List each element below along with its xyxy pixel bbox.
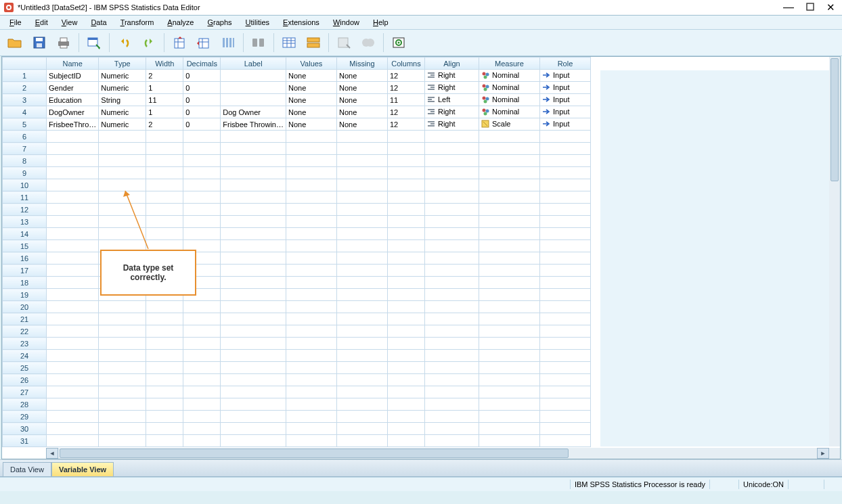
use-sets-button[interactable] [388, 32, 409, 53]
row-header[interactable]: 18 [3, 277, 47, 289]
empty-cell[interactable] [336, 423, 387, 435]
cell-columns[interactable]: 12 [387, 70, 424, 82]
empty-cell[interactable] [479, 277, 539, 289]
empty-cell[interactable] [424, 338, 479, 350]
empty-cell[interactable] [539, 350, 590, 362]
cell-missing[interactable]: None [336, 106, 387, 118]
empty-cell[interactable] [99, 204, 146, 216]
empty-cell[interactable] [99, 350, 146, 362]
empty-cell[interactable] [286, 313, 336, 325]
empty-cell[interactable] [336, 155, 387, 167]
empty-cell[interactable] [424, 386, 479, 398]
empty-cell[interactable] [286, 338, 336, 350]
menu-utilities[interactable]: Utilities [239, 17, 276, 28]
row-header[interactable]: 17 [3, 265, 47, 277]
cell-name[interactable]: FrisbeeThro… [47, 118, 99, 131]
empty-cell[interactable] [286, 252, 336, 265]
empty-cell[interactable] [387, 216, 424, 228]
empty-cell[interactable] [479, 228, 539, 240]
empty-cell[interactable] [99, 216, 146, 228]
cell-type[interactable]: Numeric [99, 106, 146, 118]
row-header[interactable]: 27 [3, 386, 47, 398]
empty-cell[interactable] [336, 411, 387, 423]
cell-missing[interactable]: None [336, 94, 387, 106]
empty-cell[interactable] [424, 435, 479, 447]
cell-name[interactable]: Education [47, 94, 99, 106]
empty-cell[interactable] [387, 143, 424, 155]
maximize-button[interactable] [806, 3, 814, 12]
empty-cell[interactable] [183, 204, 221, 216]
cell-columns[interactable]: 12 [387, 82, 424, 94]
empty-cell[interactable] [47, 131, 99, 143]
row-header[interactable]: 28 [3, 398, 47, 411]
empty-cell[interactable] [146, 411, 183, 423]
value-labels-button[interactable] [357, 32, 379, 53]
empty-cell[interactable] [146, 143, 183, 155]
cell-align[interactable]: Left [424, 94, 479, 106]
variables-button[interactable] [217, 32, 239, 53]
empty-cell[interactable] [539, 313, 590, 325]
find-button[interactable] [248, 32, 269, 53]
empty-cell[interactable] [286, 143, 336, 155]
empty-cell[interactable] [47, 435, 99, 447]
empty-cell[interactable] [221, 265, 286, 277]
cell-measure[interactable]: Nominal [479, 70, 539, 82]
empty-cell[interactable] [47, 204, 99, 216]
row-header[interactable]: 1 [3, 70, 47, 82]
row-header[interactable]: 11 [3, 191, 47, 204]
empty-cell[interactable] [286, 411, 336, 423]
col-header-label[interactable]: Label [221, 58, 286, 70]
row-header[interactable]: 2 [3, 82, 47, 94]
empty-cell[interactable] [387, 155, 424, 167]
empty-cell[interactable] [183, 325, 221, 338]
empty-cell[interactable] [387, 386, 424, 398]
menu-window[interactable]: Window [326, 17, 366, 28]
empty-cell[interactable] [221, 435, 286, 447]
cell-label[interactable] [221, 94, 286, 106]
empty-cell[interactable] [387, 435, 424, 447]
empty-cell[interactable] [479, 362, 539, 374]
row-header[interactable]: 10 [3, 179, 47, 191]
col-header-measure[interactable]: Measure [479, 58, 539, 70]
empty-cell[interactable] [183, 143, 221, 155]
empty-cell[interactable] [183, 386, 221, 398]
row-header[interactable]: 24 [3, 350, 47, 362]
menu-file[interactable]: File [3, 17, 28, 28]
empty-cell[interactable] [146, 191, 183, 204]
row-header[interactable]: 8 [3, 155, 47, 167]
empty-cell[interactable] [479, 350, 539, 362]
cell-type[interactable]: Numeric [99, 82, 146, 94]
empty-cell[interactable] [286, 265, 336, 277]
empty-cell[interactable] [387, 374, 424, 386]
empty-cell[interactable] [47, 325, 99, 338]
empty-cell[interactable] [146, 179, 183, 191]
empty-cell[interactable] [286, 155, 336, 167]
empty-cell[interactable] [424, 277, 479, 289]
row-header[interactable]: 30 [3, 423, 47, 435]
empty-cell[interactable] [336, 228, 387, 240]
empty-cell[interactable] [47, 155, 99, 167]
empty-cell[interactable] [424, 398, 479, 411]
empty-cell[interactable] [387, 252, 424, 265]
empty-cell[interactable] [387, 179, 424, 191]
empty-cell[interactable] [336, 265, 387, 277]
empty-cell[interactable] [99, 386, 146, 398]
empty-cell[interactable] [479, 265, 539, 277]
cell-measure[interactable]: Nominal [479, 94, 539, 106]
empty-cell[interactable] [424, 143, 479, 155]
empty-cell[interactable] [286, 191, 336, 204]
empty-cell[interactable] [424, 265, 479, 277]
empty-cell[interactable] [424, 155, 479, 167]
col-header-decimals[interactable]: Decimals [183, 58, 221, 70]
empty-cell[interactable] [336, 216, 387, 228]
empty-cell[interactable] [424, 131, 479, 143]
cell-align[interactable]: Right [424, 106, 479, 118]
empty-cell[interactable] [479, 252, 539, 265]
col-header-missing[interactable]: Missing [336, 58, 387, 70]
empty-cell[interactable] [479, 435, 539, 447]
cell-decimals[interactable]: 0 [183, 70, 221, 82]
empty-cell[interactable] [424, 313, 479, 325]
empty-cell[interactable] [221, 411, 286, 423]
empty-cell[interactable] [221, 240, 286, 252]
empty-cell[interactable] [99, 423, 146, 435]
